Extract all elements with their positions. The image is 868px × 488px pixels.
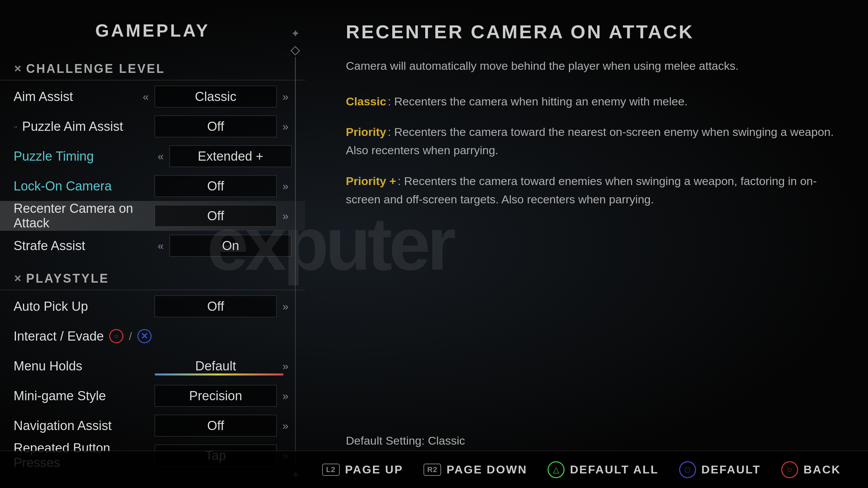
section-playstyle-arrow: ✕ [14,273,23,284]
setting-value-puzzle-timing: « Extended + [155,145,292,167]
default-all-label: DEFAULT ALL [570,463,659,476]
arrow-right-mini-game-style[interactable]: » [279,390,292,402]
arrow-right-aim-assist[interactable]: » [279,90,292,103]
info-section-priority-plus: Priority + : Recenters the camera toward… [346,172,841,209]
info-title: RECENTER CAMERA ON ATTACK [346,20,841,43]
setting-row-menu-holds[interactable]: Menu Holds Default » [0,351,305,381]
action-default[interactable]: □ DEFAULT [679,461,761,478]
action-default-all[interactable]: △ DEFAULT ALL [548,461,659,478]
info-default: Default Setting: Classic [346,434,841,447]
setting-value-auto-pick-up: Off » [155,296,292,317]
setting-value-recenter-camera: Off » [155,205,292,227]
setting-row-auto-pick-up[interactable]: Auto Pick Up Off » [0,291,305,321]
panel-title: GAMEPLAY [0,20,305,41]
setting-name-aim-assist: Aim Assist [14,89,140,104]
info-label-priority: Priority [346,125,386,138]
action-page-down[interactable]: R2 PAGE DOWN [423,463,527,476]
value-box-interact [170,325,292,347]
arrow-right-lock-on-camera[interactable]: » [279,180,292,192]
value-box-recenter-camera: Off [155,205,277,227]
setting-name-recenter-camera: Recenter Camera on Attack [14,201,155,230]
r2-badge: R2 [423,464,441,476]
setting-value-navigation-assist: Off » [155,415,292,436]
arrow-left-strafe-assist[interactable]: « [155,240,167,252]
back-label: BACK [804,463,841,476]
value-box-mini-game-style: Precision [155,385,277,407]
setting-row-mini-game-style[interactable]: Mini-game Style Precision » [0,381,305,411]
value-box-lock-on-camera: Off [155,175,277,197]
section-playstyle: ✕ PLAYSTYLE [0,267,305,290]
action-back[interactable]: ○ BACK [781,461,841,478]
section-challenge: ✕ CHALLENGE LEVEL [0,58,305,80]
setting-name-interact: Interact / Evade ○ / ✕ [14,329,170,344]
default-label: DEFAULT [702,463,761,476]
section-challenge-label: CHALLENGE LEVEL [26,62,165,76]
info-text-priority-plus: : Recenters the camera toward enemies wh… [346,175,817,206]
left-panel: GAMEPLAY ✕ CHALLENGE LEVEL Aim Assist « … [0,0,305,488]
page-down-label: PAGE DOWN [447,463,527,476]
setting-row-lock-on-camera[interactable]: Lock-On Camera Off » [0,171,305,201]
setting-row-strafe-assist[interactable]: Strafe Assist « On [0,231,305,261]
vertical-line [295,57,296,466]
setting-name-puzzle-timing: Puzzle Timing [14,149,155,164]
setting-name-auto-pick-up: Auto Pick Up [14,299,155,314]
setting-value-puzzle-aim-assist: Off » [155,116,292,137]
section-arrow-icon: ✕ [14,63,23,75]
arrow-right-recenter-camera[interactable]: » [279,210,292,222]
setting-row-aim-assist[interactable]: Aim Assist « Classic » [0,82,305,111]
info-text-classic: : Recenters the camera when hitting an e… [388,95,688,108]
value-box-puzzle-aim-assist: Off [155,116,277,137]
setting-value-strafe-assist: « On [155,235,292,257]
setting-name-puzzle-aim-assist: ·· Puzzle Aim Assist [14,119,155,134]
info-label-classic: Classic [346,95,386,108]
cross-button-icon: ✕ [137,329,152,343]
arrow-right-navigation-assist[interactable]: » [279,420,292,432]
value-box-strafe-assist: On [170,235,292,257]
section-playstyle-label: PLAYSTYLE [26,271,109,286]
arrow-right-puzzle-aim-assist[interactable]: » [279,120,292,133]
setting-row-navigation-assist[interactable]: Navigation Assist Off » [0,411,305,441]
value-box-navigation-assist: Off [155,415,277,436]
right-panel: RECENTER CAMERA ON ATTACK Camera will au… [305,0,868,488]
circle-button-icon: ○ [109,329,123,343]
setting-value-aim-assist: « Classic » [140,86,292,107]
bottom-bar: L2 PAGE UP R2 PAGE DOWN △ DEFAULT ALL □ … [0,451,868,488]
info-label-priority-plus: Priority + [346,175,396,187]
diamond-mid-icon: ◇ [291,43,300,57]
square-button-bottom: □ [679,461,696,478]
circle-button-bottom: ○ [781,461,798,478]
info-section-priority: Priority : Recenters the camera toward t… [346,123,841,160]
setting-value-menu-holds: Default » [155,355,292,377]
settings-list: ✕ CHALLENGE LEVEL Aim Assist « Classic » [0,58,305,470]
setting-row-puzzle-aim-assist[interactable]: ·· Puzzle Aim Assist Off » [0,111,305,141]
arrow-left-puzzle-timing[interactable]: « [155,150,167,163]
setting-row-interact[interactable]: Interact / Evade ○ / ✕ [0,321,305,351]
spacer [0,261,305,267]
setting-value-mini-game-style: Precision » [155,385,292,407]
value-box-auto-pick-up: Off [155,296,277,317]
info-section-classic: Classic : Recenters the camera when hitt… [346,92,841,110]
arrow-right-menu-holds[interactable]: » [279,360,292,372]
setting-name-navigation-assist: Navigation Assist [14,419,155,433]
triangle-button: △ [548,461,565,478]
setting-name-strafe-assist: Strafe Assist [14,239,155,253]
arrow-left-aim-assist[interactable]: « [140,90,152,103]
setting-row-puzzle-timing[interactable]: Puzzle Timing « Extended + [0,141,305,171]
setting-value-lock-on-camera: Off » [155,175,292,197]
info-text-priority: : Recenters the camera toward the neares… [346,125,834,157]
action-page-up[interactable]: L2 PAGE UP [322,463,403,476]
center-divider: ✦ ◇ ✦ [295,0,296,488]
setting-name-mini-game-style: Mini-game Style [14,389,155,403]
info-description: Camera will automatically move behind th… [346,57,841,75]
value-box-menu-holds: Default [155,355,277,377]
arrow-right-auto-pick-up[interactable]: » [279,300,292,313]
page-up-label: PAGE UP [345,463,403,476]
setting-row-recenter-camera[interactable]: Recenter Camera on Attack Off » [0,201,305,231]
setting-name-menu-holds: Menu Holds [14,359,155,373]
diamond-top-icon: ✦ [291,27,300,40]
l2-badge: L2 [322,464,340,476]
setting-name-lock-on-camera: Lock-On Camera [14,179,155,194]
dots-icon: ·· [14,122,17,131]
value-box-aim-assist: Classic [155,86,277,107]
main-container: GAMEPLAY ✕ CHALLENGE LEVEL Aim Assist « … [0,0,868,488]
